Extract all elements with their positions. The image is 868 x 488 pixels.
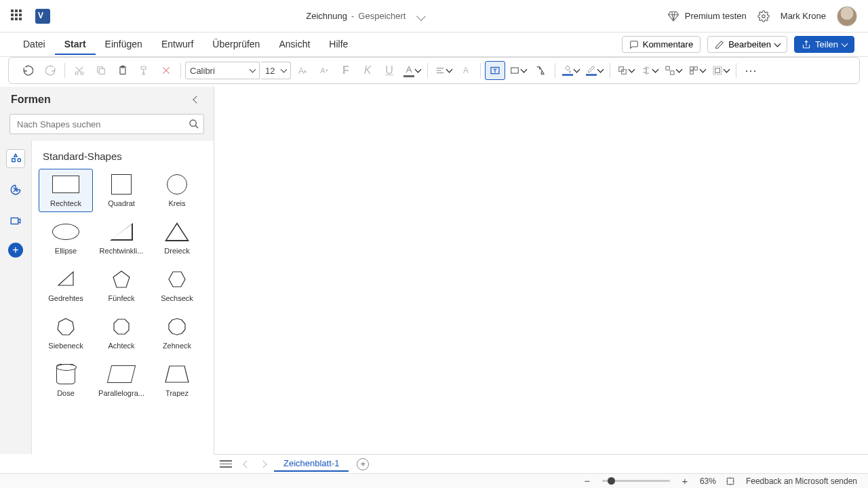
avatar[interactable] [837, 6, 857, 26]
shape-siebeneck[interactable]: Siebeneck [39, 311, 93, 354]
visio-icon [35, 9, 50, 24]
next-sheet-button[interactable] [255, 458, 271, 471]
cut-button[interactable] [69, 61, 90, 80]
bold-button[interactable]: F [336, 61, 356, 80]
position-button[interactable] [686, 65, 708, 76]
shape-fuenfeck[interactable]: Fünfeck [94, 264, 149, 307]
text-tool-button[interactable] [485, 61, 505, 80]
shape-trapez[interactable]: Trapez [150, 359, 204, 402]
layers-button[interactable] [709, 65, 732, 76]
zoom-slider[interactable] [602, 480, 670, 482]
svg-rect-18 [11, 218, 18, 224]
add-category-button[interactable]: + [8, 243, 23, 258]
font-name-select[interactable]: Calibri [185, 62, 260, 79]
shape-ellipse[interactable]: Ellipse [39, 216, 93, 260]
chevron-down-icon [724, 66, 730, 73]
svg-marker-24 [169, 319, 185, 335]
align-objects-button[interactable] [638, 65, 660, 76]
tab-ansicht[interactable]: Ansicht [269, 35, 319, 55]
feedback-link[interactable]: Feedback an Microsoft senden [746, 476, 857, 486]
shape-label: Ellipse [41, 247, 90, 255]
shape-rechteck[interactable]: Rechteck [39, 169, 93, 212]
more-button[interactable]: ⋯ [741, 61, 761, 80]
undo-button[interactable] [18, 61, 39, 80]
separator [555, 63, 555, 78]
shape-dose[interactable]: Dose [39, 359, 93, 402]
share-button[interactable]: Teilen [794, 36, 854, 53]
sheet-tab[interactable]: Zeichenblatt-1 [274, 456, 349, 472]
doc-sep: - [351, 11, 354, 21]
doc-status: Gespeichert [358, 11, 406, 21]
fill-color-button[interactable] [559, 65, 582, 76]
shape-label: Gedrehtes [41, 294, 90, 302]
section-title: Standard-Shapes [32, 141, 214, 169]
zoom-in-button[interactable]: + [679, 475, 690, 487]
svg-point-0 [762, 14, 766, 18]
search-input[interactable] [9, 114, 204, 134]
redo-button[interactable] [40, 61, 60, 80]
gear-icon[interactable] [757, 10, 770, 22]
clear-format-button[interactable]: A [456, 61, 476, 80]
tab-einfuegen[interactable]: Einfügen [96, 35, 152, 55]
sheet-menu-button[interactable] [220, 460, 232, 468]
group-button[interactable] [662, 65, 684, 76]
separator [480, 63, 481, 78]
doc-title: Zeichnung [306, 11, 347, 21]
app-launcher[interactable] [11, 9, 24, 23]
arrange-button[interactable] [614, 65, 637, 76]
shape-dreieck[interactable]: Dreieck [150, 216, 204, 260]
separator [610, 63, 610, 78]
canvas[interactable] [214, 87, 868, 454]
chevron-down-icon [676, 66, 683, 73]
svg-marker-22 [58, 319, 74, 335]
shape-label: Dose [41, 389, 90, 397]
tab-hilfe[interactable]: Hilfe [319, 35, 357, 55]
category-quick[interactable] [6, 211, 25, 230]
grow-font-button[interactable]: A▴ [292, 61, 313, 80]
shrink-font-button[interactable]: A▾ [314, 61, 334, 80]
shape-zehneck[interactable]: Zehneck [150, 311, 204, 354]
delete-button[interactable] [156, 61, 176, 80]
shape-label: Sechseck [153, 294, 201, 302]
separator [736, 63, 736, 78]
shape-quadrat[interactable]: Quadrat [94, 169, 149, 212]
align-button[interactable] [432, 66, 454, 75]
shape-parallelogramm[interactable]: Parallelogra... [94, 359, 149, 402]
prev-sheet-button[interactable] [239, 458, 255, 471]
zoom-out-button[interactable]: − [582, 475, 593, 487]
underline-button[interactable]: U [379, 61, 399, 80]
italic-button[interactable]: K [357, 61, 378, 80]
svg-rect-16 [715, 68, 720, 73]
premium-button[interactable]: Premium testen [667, 10, 747, 22]
zoom-fit-button[interactable] [726, 476, 736, 486]
svg-rect-15 [713, 66, 722, 75]
shape-gedrehtes[interactable]: Gedrehtes [39, 264, 93, 307]
shape-sechseck[interactable]: Sechseck [150, 264, 204, 307]
title-dropdown[interactable] [416, 11, 426, 20]
add-sheet-button[interactable]: + [357, 458, 369, 470]
tab-start[interactable]: Start [55, 35, 96, 55]
category-stencils[interactable] [6, 180, 25, 199]
font-size-select[interactable]: 12 [261, 62, 291, 79]
edit-button[interactable]: Bearbeiten [707, 36, 787, 53]
paste-button[interactable] [113, 61, 133, 80]
tab-entwurf[interactable]: Entwurf [152, 35, 203, 55]
separator [427, 63, 428, 78]
svg-marker-20 [113, 271, 130, 287]
comments-button[interactable]: Kommentare [622, 36, 701, 53]
font-color-button[interactable]: A [401, 64, 423, 77]
shape-tool-button[interactable] [507, 66, 529, 75]
shape-achteck[interactable]: Achteck [94, 311, 149, 354]
tab-datei[interactable]: Datei [14, 35, 55, 55]
tab-ueberpruefen[interactable]: Überprüfen [203, 35, 269, 55]
search-button[interactable] [186, 117, 201, 131]
zoom-thumb[interactable] [608, 477, 615, 485]
category-shapes[interactable] [6, 149, 25, 168]
copy-button[interactable] [91, 61, 111, 80]
collapse-panel-button[interactable] [191, 94, 203, 106]
shape-rechtwinklig[interactable]: Rechtwinkli... [94, 216, 149, 260]
format-painter-button[interactable] [134, 61, 155, 80]
line-color-button[interactable] [583, 65, 606, 76]
shape-kreis[interactable]: Kreis [150, 169, 204, 212]
connector-button[interactable] [530, 61, 551, 80]
